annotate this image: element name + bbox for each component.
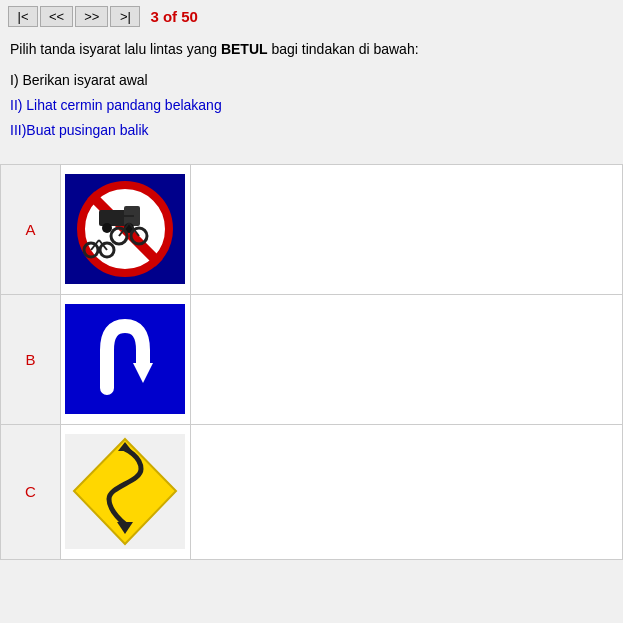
sign-c-container	[65, 434, 185, 549]
option-c-image-cell[interactable]	[61, 424, 191, 559]
page-counter: 3 of 50	[150, 8, 198, 25]
option-c-desc	[191, 424, 623, 559]
question-text: Pilih tanda isyarat lalu lintas yang BET…	[10, 39, 613, 60]
sub-item-2: II) Lihat cermin pandang belakang	[10, 93, 613, 118]
option-c-label[interactable]: C	[1, 424, 61, 559]
option-a-image-cell[interactable]	[61, 164, 191, 294]
prev-button[interactable]: <<	[40, 6, 73, 27]
navigation-bar: |< << >> >| 3 of 50	[0, 0, 623, 33]
table-row[interactable]: B	[1, 294, 623, 424]
option-b-desc	[191, 294, 623, 424]
table-row[interactable]: C	[1, 424, 623, 559]
question-prefix: Pilih tanda isyarat lalu lintas yang	[10, 41, 221, 57]
option-a-label[interactable]: A	[1, 164, 61, 294]
question-suffix: bagi tindakan di bawah:	[268, 41, 419, 57]
sign-a-container	[65, 174, 185, 284]
sign-b-svg	[69, 308, 181, 410]
sign-b-container	[65, 304, 185, 414]
next-button[interactable]: >>	[75, 6, 108, 27]
table-row[interactable]: A	[1, 164, 623, 294]
option-a-desc	[191, 164, 623, 294]
last-button[interactable]: >|	[110, 6, 140, 27]
sub-item-1: I) Berikan isyarat awal	[10, 68, 613, 93]
first-button[interactable]: |<	[8, 6, 38, 27]
options-table: A	[0, 164, 623, 560]
sub-item-3: III)Buat pusingan balik	[10, 118, 613, 143]
sign-a-svg	[69, 178, 181, 280]
sub-items: I) Berikan isyarat awal II) Lihat cermin…	[10, 68, 613, 144]
option-b-label[interactable]: B	[1, 294, 61, 424]
question-bold: BETUL	[221, 41, 268, 57]
sign-c-svg	[69, 434, 181, 549]
question-area: Pilih tanda isyarat lalu lintas yang BET…	[0, 33, 623, 154]
option-b-image-cell[interactable]	[61, 294, 191, 424]
svg-point-6	[102, 223, 112, 233]
